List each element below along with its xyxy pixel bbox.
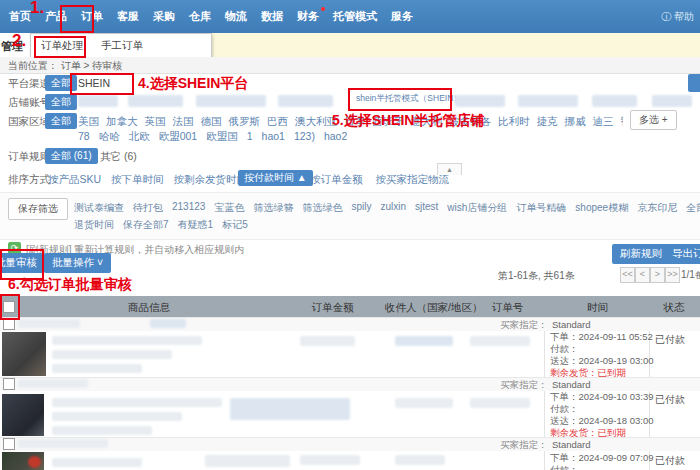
col-header-order-no: 订单号 xyxy=(470,301,545,315)
nav-item[interactable]: 财务 xyxy=(294,7,322,26)
pagination-next-button[interactable]: > xyxy=(650,267,665,283)
breadcrumb: 当前位置： 订单 > 待审核 xyxy=(8,59,122,73)
region-link[interactable]: 美国 xyxy=(78,115,99,129)
pagination-last-button[interactable]: >> xyxy=(665,267,680,283)
nav-item[interactable]: 物流 xyxy=(222,7,250,26)
redacted-block xyxy=(470,398,530,408)
order-time: 下单：2024-09-11 05:52 xyxy=(550,331,654,343)
order-time: 下单：2024-09-10 03:39 xyxy=(550,391,654,403)
saved-filter-link[interactable]: 全部收货仓 xyxy=(686,201,700,215)
saved-filter-link[interactable]: 测试泰编查 xyxy=(74,201,124,215)
export-orders-button[interactable]: 导出订单 ˅ xyxy=(664,244,700,264)
pagination-first-button[interactable]: << xyxy=(620,267,635,283)
sort-link[interactable]: 按剩余发货时间 xyxy=(174,173,248,187)
rule-other-link[interactable]: 其它 (6) xyxy=(100,150,137,164)
region-link[interactable]: 加拿大 xyxy=(106,115,138,129)
region-link[interactable]: 迪三 xyxy=(593,115,614,129)
platform-selected[interactable]: SHEIN xyxy=(78,77,110,89)
menu-item-manual-order[interactable]: 手工订单 xyxy=(101,39,143,53)
orders-dropdown-menu: 订单处理 手工订单 xyxy=(30,33,212,58)
saved-filter-link[interactable]: 宝蓝色 xyxy=(214,201,244,215)
saved-filter-link[interactable]: 保存全部7 xyxy=(123,218,169,232)
region-link[interactable]: 1 xyxy=(247,130,253,144)
nav-item[interactable]: 数据 xyxy=(258,7,286,26)
region-link[interactable]: 英国 xyxy=(145,115,166,129)
redacted-block xyxy=(52,398,222,407)
collapse-filters-tab[interactable]: ▲ xyxy=(437,163,462,175)
region-link[interactable]: 挪威 xyxy=(565,115,586,129)
saved-filter-link[interactable]: sjtest xyxy=(415,201,438,215)
saved-filter-link[interactable]: zulxin xyxy=(380,201,406,215)
region-link[interactable]: 北欧 xyxy=(129,130,150,144)
region-all-chip[interactable]: 全部 xyxy=(45,113,77,129)
pagination-per-page[interactable]: 每 xyxy=(695,269,700,283)
region-multiselect-button[interactable]: 多选 + xyxy=(630,110,677,130)
nav-item[interactable]: 客服 xyxy=(114,7,142,26)
refresh-rule-button[interactable]: 刷新规则 xyxy=(612,244,670,264)
batch-review-button[interactable]: 批量审核 xyxy=(0,253,45,273)
saved-filter-link[interactable]: 213123 xyxy=(172,201,205,215)
region-link[interactable]: 比利时 xyxy=(498,115,530,129)
saved-filter-link[interactable]: 京东印尼 xyxy=(637,201,677,215)
sort-link[interactable]: 按产品SKU xyxy=(48,173,101,187)
redacted-block xyxy=(300,455,360,465)
nav-item[interactable]: 产品 xyxy=(42,7,70,26)
saved-filter-link[interactable]: 有疑惑1 xyxy=(178,218,214,232)
nav-item[interactable]: 采购 xyxy=(150,7,178,26)
redacted-block xyxy=(150,319,186,328)
pagination-summary: 第1-61条, 共61条 xyxy=(498,269,575,283)
batch-operations-button[interactable]: 批量操作 ˅ xyxy=(44,253,111,273)
saved-filter-link[interactable]: 待打包 xyxy=(133,201,163,215)
store-shein-semi-managed[interactable]: shein半托管模式（SHEIN） xyxy=(356,93,462,105)
region-link[interactable]: 德国 xyxy=(201,115,222,129)
row-checkbox[interactable] xyxy=(3,438,15,450)
save-filter-button[interactable]: 保存筛选 xyxy=(8,198,68,220)
region-link[interactable]: 澳大利亚 xyxy=(295,115,337,129)
sort-link[interactable]: 按下单时间 xyxy=(111,173,164,187)
region-link[interactable]: 俄罗斯 xyxy=(229,115,261,129)
region-link[interactable]: 捷克 xyxy=(537,115,558,129)
saved-filter-link[interactable]: spily xyxy=(351,201,371,215)
redacted-block xyxy=(395,455,445,465)
saved-filter-link[interactable]: 标记5 xyxy=(222,218,248,232)
region-link[interactable]: hao2 xyxy=(324,130,347,144)
nav-help-link[interactable]: ⓘ 帮助 xyxy=(661,10,694,24)
region-link[interactable]: 123) xyxy=(294,130,315,144)
region-link[interactable]: 欧盟国 xyxy=(206,130,238,144)
saved-filter-link[interactable]: 筛选绿色 xyxy=(302,201,342,215)
sort-link[interactable]: 按买家指定物流 xyxy=(376,173,450,187)
store-all-chip[interactable]: 全部 xyxy=(45,94,77,110)
sort-selected-chip[interactable]: 按付款时间 ▲ xyxy=(238,170,313,186)
annotation-step1: 1. xyxy=(30,0,44,18)
search-button[interactable] xyxy=(688,74,700,92)
nav-item[interactable]: 服务 xyxy=(388,7,416,26)
saved-filter-link[interactable]: wish店铺分组 xyxy=(447,201,507,215)
nav-item[interactable]: 订单 xyxy=(78,7,106,26)
row-checkbox[interactable] xyxy=(3,378,15,390)
region-link[interactable]: 巴西 xyxy=(267,115,288,129)
redacted-block xyxy=(52,412,182,421)
row-checkbox[interactable] xyxy=(3,318,15,330)
redacted-store xyxy=(278,95,333,107)
rule-all-chip[interactable]: 全部 (61) xyxy=(45,148,98,164)
saved-filters-band xyxy=(0,192,700,240)
region-link[interactable]: hao1 xyxy=(262,130,285,144)
saved-filter-link[interactable]: shopee模糊 xyxy=(575,201,628,215)
nav-item[interactable]: 托管模式 xyxy=(330,7,380,26)
region-link[interactable]: 欧盟001 xyxy=(159,130,198,144)
region-link[interactable]: 智利 xyxy=(621,115,624,129)
region-link[interactable]: 哈哈 xyxy=(99,130,120,144)
platform-all-chip[interactable]: 全部 xyxy=(45,75,77,91)
select-all-checkbox[interactable] xyxy=(3,301,15,313)
saved-filter-link[interactable]: 退货时间 xyxy=(74,218,114,232)
region-link[interactable]: 78 xyxy=(78,130,90,144)
menu-item-order-processing[interactable]: 订单处理 xyxy=(41,39,83,53)
sort-link[interactable]: 按订单金额 xyxy=(310,173,363,187)
nav-item[interactable]: 仓库 xyxy=(186,7,214,26)
region-link[interactable]: 法国 xyxy=(173,115,194,129)
saved-filter-link[interactable]: 订单号精确 xyxy=(516,201,566,215)
saved-filter-link[interactable]: 筛选绿簪 xyxy=(253,201,293,215)
pagination-prev-button[interactable]: < xyxy=(635,267,650,283)
order-status: 已付款 xyxy=(655,333,685,347)
redacted-store xyxy=(455,95,505,107)
